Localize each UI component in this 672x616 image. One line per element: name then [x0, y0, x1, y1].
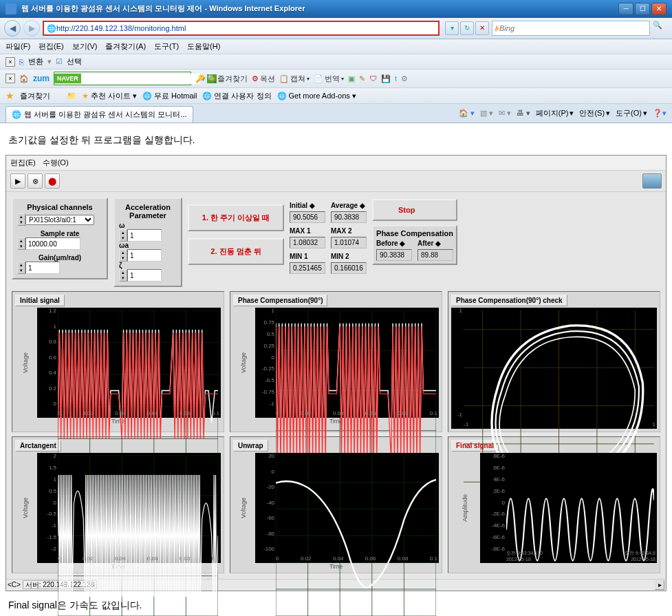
tool-feed-icon[interactable]: ▧ ▾	[480, 109, 493, 118]
fav-star-icon[interactable]: ★	[6, 90, 14, 101]
select-icon: ☑	[56, 57, 63, 66]
fav-hotmail[interactable]: 🌐무료 Hotmail	[142, 91, 197, 101]
tb3-capture[interactable]: 📋캡쳐▾	[279, 74, 310, 84]
tool-help-icon[interactable]: ❓▾	[653, 109, 666, 118]
channel-select[interactable]: PXI1Slot3/ai0:1	[25, 215, 94, 225]
zum-toolbar: × 🏠 zum NAVER ▾ 🔍 🔑 ★즐겨찾기 ⚙옥션 📋캡쳐▾ 📄번역▾ …	[0, 70, 672, 88]
scroll-left-marker: <C>	[8, 581, 21, 588]
menu-tools[interactable]: 도구(T)	[154, 41, 179, 52]
naver-input[interactable]	[81, 74, 200, 84]
minimize-button[interactable]: ─	[618, 3, 633, 15]
tb3-favorites[interactable]: ★즐겨찾기	[209, 74, 248, 84]
vi-menu-edit[interactable]: 편집(E)	[10, 158, 36, 168]
close-button[interactable]: ✕	[651, 3, 666, 15]
sample-rate-label: Sample rate	[17, 230, 102, 237]
chart-arctangent: Arctangent Voltage 21.510.50-0.5-1-1.5-2	[12, 436, 224, 573]
before-value: 90.3838	[376, 249, 412, 261]
menu-bar: 파일(F) 편집(E) 보기(V) 즐겨찾기(A) 도구(T) 도움말(H)	[0, 39, 672, 54]
chart-phase90: Phase Compensation(90°) Voltage 10.750.5…	[230, 291, 442, 432]
tb3-option[interactable]: ⚙옥션	[252, 74, 275, 84]
min1-value: 0.251465	[290, 262, 325, 274]
search-box[interactable]: 𝒃	[492, 21, 650, 36]
wa-label: ωa	[119, 242, 177, 249]
key-icon[interactable]: 🔑	[195, 74, 205, 83]
toolbar-close[interactable]: ×	[6, 57, 15, 67]
after-value: 89.88	[418, 249, 453, 261]
after-label: After ◆	[418, 240, 453, 247]
vi-stop-button[interactable]: ⬤	[45, 173, 60, 189]
fav-addons[interactable]: 🌐Get more Add-ons ▾	[277, 92, 356, 100]
chart-unwrap-label: Unwrap	[233, 440, 268, 452]
back-button[interactable]: ◀	[4, 20, 21, 36]
scroll-right-arrow[interactable]: ▸	[655, 580, 664, 590]
nav-bar: ◀ ▶ 🌐 ▾ ↻ ✕ 𝒃 🔍	[0, 18, 672, 39]
tb3-gear[interactable]: ⚙	[401, 74, 408, 83]
menu-view[interactable]: 보기(V)	[72, 41, 98, 52]
min2-value: 0.166016	[331, 262, 367, 274]
tabs-bar: 🌐 웹 서버를 이용한 광섬유 센서 시스템의 모니터... 🏠 ▾ ▧ ▾ ✉…	[0, 104, 672, 123]
phase-comp-title: Phase Compensation	[376, 229, 453, 240]
menu-favorites[interactable]: 즐겨찾기(A)	[105, 41, 146, 52]
chart-phase90-check: Phase Compensation(90°) check 1-1	[448, 291, 660, 432]
zum-close[interactable]: ×	[6, 74, 15, 83]
menu-help[interactable]: 도움말(H)	[187, 41, 220, 52]
initial-value: 90.5056	[290, 211, 325, 223]
tool-print-icon[interactable]: 🖶 ▾	[517, 109, 530, 118]
menu-file[interactable]: 파일(F)	[6, 41, 30, 52]
menu-edit[interactable]: 편집(E)	[39, 41, 64, 52]
forward-button[interactable]: ▶	[23, 20, 40, 36]
vi-menu-run[interactable]: 수행(O)	[43, 158, 69, 168]
vi-abort-button[interactable]: ⊗	[28, 173, 43, 189]
tool-tools[interactable]: 도구(O) ▾	[616, 108, 647, 118]
chart-initial-label: Initial signal	[15, 295, 65, 306]
tb3-ext1[interactable]: ▣	[348, 74, 355, 83]
naver-label: NAVER	[54, 74, 81, 83]
gain-input[interactable]: ▴▾	[17, 262, 102, 274]
chart-arctan-label: Arctangent	[15, 440, 61, 452]
tool-home-icon[interactable]: 🏠 ▾	[459, 109, 475, 118]
fav-label[interactable]: 즐겨찾기	[20, 91, 50, 101]
ext-toolbar: × ⎘ 변환 ▾ ☑ 선택	[0, 54, 672, 70]
channel-selector[interactable]: ▴▾ PXI1Slot3/ai0:1	[17, 213, 102, 226]
home-icon[interactable]: 🏠	[19, 74, 29, 83]
address-input[interactable]	[56, 24, 435, 32]
url-dropdown[interactable]: ▾	[445, 21, 459, 35]
tool-page[interactable]: 페이지(P) ▾	[536, 108, 574, 118]
labview-panel: 편집(E) 수행(O) ▶ ⊗ ⬤ Physical channels ▴▾ P…	[6, 155, 666, 591]
tb3-ext2[interactable]: ✎	[359, 74, 365, 83]
chart-unwrap: Unwrap Voltage 200-20-40-60-80-100	[230, 436, 442, 573]
convert-label[interactable]: 변환	[28, 56, 43, 67]
vi-menu-bar: 편집(E) 수행(O)	[6, 156, 666, 171]
w-input[interactable]: ▴▾	[119, 229, 177, 242]
fav-userdef[interactable]: 🌐연결 사용자 정의	[202, 91, 271, 101]
btn-one-cycle[interactable]: 1. 한 주기 이상일 때	[188, 204, 284, 231]
tb3-twitter[interactable]: t	[395, 74, 397, 83]
maximize-button[interactable]: ☐	[635, 3, 650, 15]
select-label[interactable]: 선택	[67, 56, 82, 67]
tb3-ext4[interactable]: 💾	[381, 74, 391, 83]
address-box[interactable]: 🌐	[43, 21, 440, 36]
min1-label: MIN 1	[290, 253, 325, 260]
z-input[interactable]: ▴▾	[119, 269, 177, 282]
zum-logo[interactable]: zum	[33, 74, 50, 83]
tb3-ext3[interactable]: 🛡	[369, 74, 377, 83]
btn-after-vib[interactable]: 2. 진동 멈춘 뒤	[188, 238, 284, 265]
refresh-button[interactable]: ↻	[460, 21, 474, 35]
chart-arctan-ylabel: Voltage	[22, 498, 29, 518]
naver-search[interactable]: NAVER ▾ 🔍	[54, 72, 191, 85]
page-content: 초기값을 설정한 뒤 프로그램을 실행합니다. 편집(E) 수행(O) ▶ ⊗ …	[0, 123, 672, 616]
wa-input[interactable]: ▴▾	[119, 249, 177, 262]
stop-nav-button[interactable]: ✕	[475, 21, 489, 35]
tb3-translate[interactable]: 📄번역▾	[314, 74, 344, 84]
vi-run-button[interactable]: ▶	[10, 173, 25, 189]
active-tab[interactable]: 🌐 웹 서버를 이용한 광섬유 센서 시스템의 모니터...	[6, 106, 193, 123]
search-go-button[interactable]: 🔍	[653, 21, 668, 36]
sample-rate-input[interactable]: ▴▾	[17, 237, 102, 250]
fav-recommend[interactable]: ★추천 사이트 ▾	[82, 91, 137, 101]
stop-button[interactable]: Stop	[372, 199, 457, 221]
tool-safety[interactable]: 안전(S) ▾	[579, 108, 610, 118]
search-input[interactable]	[499, 24, 647, 32]
max2-label: MAX 2	[331, 227, 367, 235]
max1-label: MAX 1	[290, 227, 325, 235]
tool-mail-icon[interactable]: ✉ ▾	[499, 109, 511, 118]
